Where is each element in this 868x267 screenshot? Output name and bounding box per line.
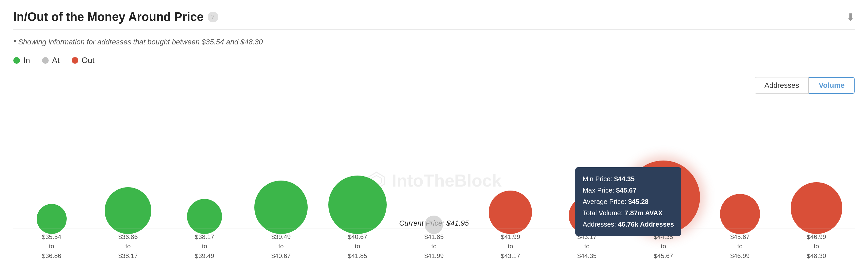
legend: In At Out xyxy=(13,56,855,65)
legend-label-out: Out xyxy=(82,56,95,65)
legend-dot-out xyxy=(72,57,78,64)
legend-item-out: Out xyxy=(72,56,95,65)
bubble xyxy=(489,191,532,234)
legend-item-at: At xyxy=(42,56,60,65)
x-axis-label: $40.67to$41.85 xyxy=(319,229,396,261)
page-title: In/Out of the Money Around Price xyxy=(13,10,204,24)
x-axis-label: $38.17to$39.49 xyxy=(166,229,243,261)
bubble xyxy=(790,182,842,234)
volume-button[interactable]: Volume xyxy=(809,77,855,94)
legend-dot-at xyxy=(42,57,49,64)
help-icon[interactable]: ? xyxy=(208,12,218,22)
page-header: In/Out of the Money Around Price ? ⬇ xyxy=(13,10,855,30)
bubble xyxy=(105,187,151,234)
addresses-button[interactable]: Addresses xyxy=(755,77,809,94)
legend-dot-in xyxy=(13,57,20,64)
x-axis-label: $35.54to$36.86 xyxy=(13,229,90,261)
x-axis-label: $44.35to$45.67 xyxy=(625,229,702,261)
subtitle: * Showing information for addresses that… xyxy=(13,38,855,46)
bubble xyxy=(720,194,760,234)
bubble xyxy=(254,181,308,234)
download-icon[interactable]: ⬇ xyxy=(846,11,855,23)
bubbles-container: Current Price: $41.95 xyxy=(13,101,855,241)
legend-label-in: In xyxy=(23,56,30,65)
current-price-line xyxy=(434,89,434,241)
x-axis-label: $41.99to$43.17 xyxy=(472,229,549,261)
bubble xyxy=(627,161,700,234)
x-axis-label: $46.99to$48.30 xyxy=(778,229,855,261)
x-axis-label: $36.86to$38.17 xyxy=(90,229,166,261)
bubble xyxy=(328,176,387,234)
x-axis-label: $45.67to$46.99 xyxy=(702,229,778,261)
x-axis-label: $39.49to$40.67 xyxy=(243,229,319,261)
legend-label-at: At xyxy=(52,56,60,65)
header-left: In/Out of the Money Around Price ? xyxy=(13,10,218,24)
legend-item-in: In xyxy=(13,56,30,65)
chart-area: IntoTheBlock Current Price: $41.95 $35.5… xyxy=(13,101,855,261)
x-axis-label: $43.17to$44.35 xyxy=(549,229,625,261)
